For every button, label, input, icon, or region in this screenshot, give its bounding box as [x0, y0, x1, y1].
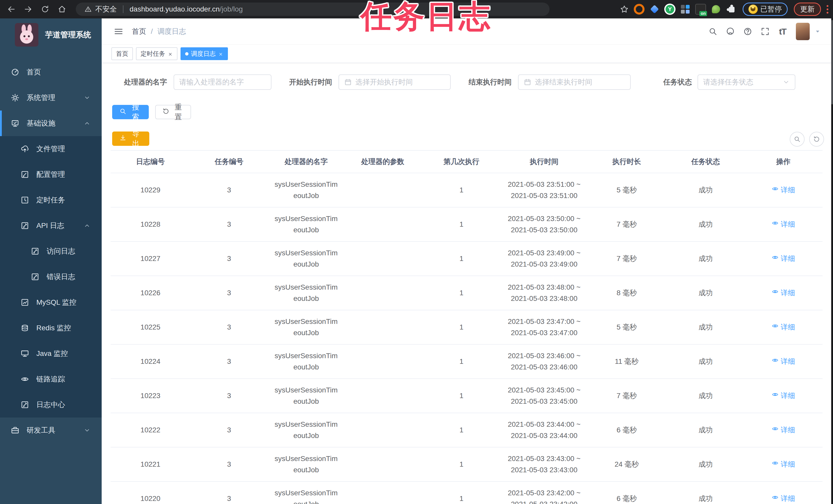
- detail-link[interactable]: 详细: [771, 322, 795, 333]
- sidebar-item-job[interactable]: 定时任务: [0, 187, 102, 213]
- detail-link[interactable]: 详细: [771, 493, 795, 504]
- cell-count: 1: [421, 344, 502, 379]
- back-icon[interactable]: [6, 4, 16, 14]
- github-icon[interactable]: [725, 26, 736, 37]
- scrollbar-thumb[interactable]: [831, 20, 833, 104]
- eye-icon: [771, 322, 779, 333]
- extension-icon-gem[interactable]: [649, 4, 660, 15]
- cell-duration: 7 毫秒: [587, 242, 667, 276]
- extension-icon-orange[interactable]: [634, 4, 645, 15]
- handler-name-input[interactable]: 请输入处理器的名字: [174, 74, 271, 90]
- tab-定时任务[interactable]: 定时任务: [136, 47, 177, 60]
- extension-icon-grid[interactable]: [680, 4, 691, 15]
- end-time-input[interactable]: 选择结束执行时间: [518, 74, 631, 90]
- tag-label: 调度日志: [191, 50, 216, 58]
- reset-button-label: 重置: [173, 102, 184, 122]
- tab-首页[interactable]: 首页: [111, 47, 133, 60]
- sidebar-item-label: 首页: [27, 67, 41, 77]
- bookmark-star-icon[interactable]: [619, 4, 629, 14]
- detail-link[interactable]: 详细: [771, 184, 795, 196]
- cell-status: 成功: [667, 207, 744, 242]
- placeholder-text: 选择结束执行时间: [535, 77, 592, 87]
- cell-actions: 详细: [744, 276, 823, 310]
- cell-log-id: 10222: [111, 413, 190, 447]
- toolbox-icon: [11, 426, 20, 435]
- breadcrumb-home[interactable]: 首页: [132, 27, 146, 36]
- sidebar-item-system[interactable]: 系统管理: [0, 85, 102, 110]
- export-button[interactable]: 导出: [112, 131, 149, 146]
- extension-icon-y[interactable]: Y: [664, 4, 675, 15]
- sidebar-item-trace[interactable]: 链路追踪: [0, 367, 102, 392]
- tab-调度日志[interactable]: 调度日志: [181, 47, 228, 60]
- cell-actions: 详细: [744, 242, 823, 276]
- sidebar-item-label: Redis 监控: [37, 323, 71, 333]
- close-icon[interactable]: [168, 51, 173, 56]
- detail-link[interactable]: 详细: [771, 390, 795, 401]
- sidebar-item-access-log[interactable]: 访问日志: [0, 238, 102, 264]
- refresh-table-button[interactable]: [809, 132, 824, 147]
- detail-link[interactable]: 详细: [771, 459, 795, 470]
- cell-task-id: 3: [190, 242, 268, 276]
- search-button[interactable]: 搜索: [112, 105, 149, 119]
- detail-link-label: 详细: [781, 424, 795, 436]
- detail-link[interactable]: 详细: [771, 424, 795, 436]
- start-time-input[interactable]: 选择开始执行时间: [338, 74, 451, 90]
- sidebar-item-mysql[interactable]: MySQL 监控: [0, 289, 102, 315]
- cell-count: 1: [421, 173, 502, 207]
- sidebar-item-label: 定时任务: [37, 195, 65, 205]
- detail-link-label: 详细: [781, 219, 795, 230]
- sidebar-item-home[interactable]: 首页: [0, 59, 102, 85]
- paused-profile-button[interactable]: 已暂停: [743, 3, 788, 16]
- reload-icon[interactable]: [40, 4, 50, 14]
- extension-puzzle-icon[interactable]: [726, 4, 737, 15]
- calendar-icon: [524, 78, 531, 86]
- app-logo[interactable]: 芋道管理系统: [0, 19, 102, 51]
- sidebar-item-label: 系统管理: [27, 93, 55, 103]
- extension-icon-on-badge[interactable]: on: [695, 4, 706, 15]
- main-area: 首页 / 调度日志 tT 首页定时任务调度日志 处理器的名字请输入处理器的名字开…: [102, 19, 831, 504]
- cell-time: 2021-05-03 23:45:00 ~2021-05-03 23:45:00: [502, 379, 587, 413]
- cell-log-id: 10225: [111, 310, 190, 344]
- sidebar-item-label: API 日志: [37, 221, 64, 230]
- detail-link[interactable]: 详细: [771, 356, 795, 367]
- detail-link[interactable]: 详细: [771, 219, 795, 230]
- log-icon: [21, 400, 29, 409]
- sidebar-item-java[interactable]: Java 监控: [0, 341, 102, 367]
- sidebar-item-file[interactable]: 文件管理: [0, 136, 102, 162]
- eye-icon: [771, 184, 779, 196]
- task-status-select[interactable]: 请选择任务状态: [697, 74, 795, 90]
- extension-icon-leaf[interactable]: [710, 4, 722, 15]
- search-icon[interactable]: [707, 26, 718, 37]
- detail-link[interactable]: 详细: [771, 253, 795, 264]
- sidebar-item-redis[interactable]: Redis 监控: [0, 315, 102, 341]
- reset-button[interactable]: 重置: [155, 105, 191, 119]
- sidebar-item-config[interactable]: 配置管理: [0, 162, 102, 187]
- cell-time: 2021-05-03 23:44:00 ~2021-05-03 23:44:00: [502, 413, 587, 447]
- font-size-icon[interactable]: tT: [777, 26, 788, 37]
- filter-label-start-time: 开始执行时间: [289, 74, 332, 90]
- browser-menu-icon[interactable]: [826, 4, 829, 15]
- caret-down-icon[interactable]: [814, 28, 821, 35]
- sidebar-item-dev-tools[interactable]: 研发工具: [0, 418, 102, 443]
- home-icon[interactable]: [57, 4, 67, 14]
- help-icon[interactable]: [742, 26, 753, 37]
- forward-icon[interactable]: [23, 4, 33, 14]
- sidebar-item-error-log[interactable]: 错误日志: [0, 264, 102, 289]
- close-icon[interactable]: [218, 51, 223, 56]
- sidebar-item-label: 错误日志: [47, 272, 75, 282]
- cell-task-id: 3: [190, 413, 268, 447]
- browser-update-button[interactable]: 更新: [794, 3, 821, 16]
- sidebar-item-infra[interactable]: 基础设施: [0, 110, 102, 136]
- sidebar-item-log-center[interactable]: 日志中心: [0, 392, 102, 418]
- eye-icon: [771, 390, 779, 401]
- active-indicator: [0, 110, 2, 136]
- menu-fold-icon[interactable]: [114, 26, 124, 36]
- toggle-search-button[interactable]: [790, 132, 805, 147]
- cell-count: 1: [421, 310, 502, 344]
- fullscreen-icon[interactable]: [760, 26, 771, 37]
- detail-link[interactable]: 详细: [771, 287, 795, 299]
- avatar[interactable]: [796, 23, 810, 40]
- cell-duration: 7 毫秒: [587, 207, 667, 242]
- filter-label-handler-name: 处理器的名字: [124, 74, 167, 90]
- sidebar-item-api-log[interactable]: API 日志: [0, 213, 102, 238]
